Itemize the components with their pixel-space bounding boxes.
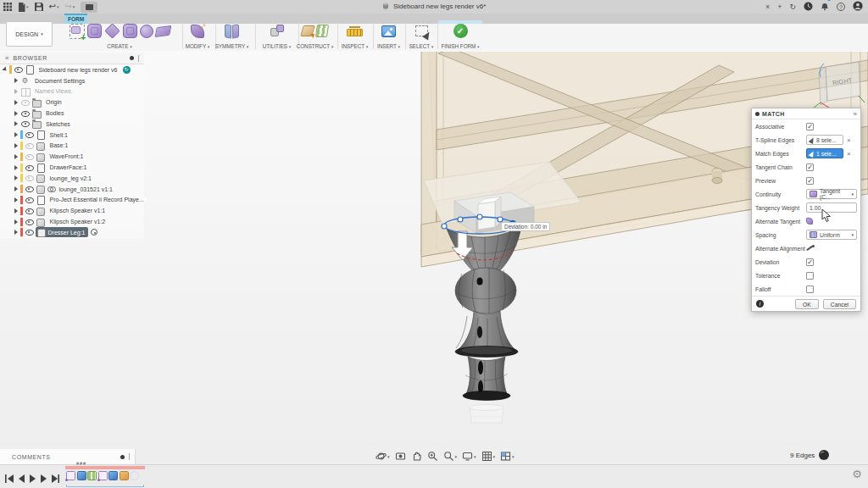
tree-row-document-settings[interactable]: ⚙ Document Settings — [0, 75, 144, 86]
tree-row-pro-ject[interactable]: Pro-Ject Essential ii Record Playe... — [0, 195, 144, 206]
sphere-primitive-icon[interactable] — [140, 25, 153, 38]
pending-feature-icon[interactable] — [130, 471, 139, 480]
alternate-tangent-icon[interactable] — [806, 218, 815, 225]
expand-arrow[interactable] — [14, 208, 18, 214]
viewports-icon[interactable]: ▾ — [500, 451, 515, 462]
mirror-symmetry-icon[interactable] — [225, 25, 239, 38]
alternate-alignment-icon[interactable] — [806, 245, 815, 252]
tree-row-klipsch-1[interactable]: Klipsch Speaker v1:1 — [0, 205, 144, 216]
new-tab-icon[interactable]: + — [777, 2, 782, 12]
symmetry-menu[interactable]: SYMMETRY ▾ — [215, 43, 249, 50]
expand-arrow[interactable] — [14, 121, 18, 126]
selection-filter-icon[interactable] — [819, 450, 829, 460]
tree-row-dresser-leg[interactable]: Dresser Leg:1 — [0, 227, 144, 238]
expand-arrow[interactable] — [14, 197, 18, 202]
cylinder-primitive-icon[interactable] — [123, 24, 137, 38]
comments-panel[interactable]: COMMENTS — [0, 449, 136, 464]
face-primitive-icon[interactable] — [154, 25, 171, 36]
form-feature-icon[interactable] — [108, 471, 118, 480]
browser-header[interactable]: « BROWSER — [0, 53, 144, 64]
orbit-icon[interactable]: ▾ — [376, 451, 390, 462]
comments-resize-handle[interactable] — [129, 453, 131, 460]
tolerance-checkbox[interactable]: ✓ — [806, 272, 814, 280]
zoom-icon[interactable] — [427, 451, 438, 462]
visibility-eye-icon[interactable] — [25, 153, 34, 160]
create-form-icon[interactable]: + — [70, 24, 85, 39]
tree-row-lounge-leg[interactable]: lounge_leg v2:1 — [0, 173, 144, 184]
panel-resize-handle[interactable] — [138, 55, 140, 62]
insert-menu[interactable]: INSERT ▾ — [377, 43, 400, 50]
match-dialog-header[interactable]: MATCH » — [752, 108, 860, 119]
zoom-window-icon[interactable]: ▾ — [443, 451, 458, 462]
associative-checkbox[interactable]: ✓ — [806, 123, 814, 130]
body-feature-icon[interactable] — [120, 471, 129, 480]
activate-component-icon[interactable] — [91, 229, 97, 236]
expand-arrow[interactable] — [14, 132, 18, 137]
expand-arrow[interactable] — [14, 154, 18, 159]
component-feature-icon[interactable] — [87, 471, 97, 480]
visibility-eye-icon[interactable] — [20, 99, 30, 106]
tree-row-wavefront[interactable]: WaveFront:1 — [0, 151, 144, 162]
tree-row-named-views[interactable]: Named Views — [0, 86, 144, 97]
visibility-eye-icon[interactable] — [25, 175, 34, 181]
midplane-icon[interactable] — [315, 25, 329, 37]
match-edges-selection[interactable]: 1 sele... — [806, 148, 843, 158]
clear-selection-icon[interactable]: × — [847, 136, 851, 144]
tree-row-shell[interactable]: Shell:1 — [0, 130, 144, 141]
tangent-chain-checkbox[interactable]: ✓ — [806, 164, 814, 171]
construct-menu[interactable]: CONSTRUCT ▾ — [297, 43, 334, 50]
playback-controls[interactable] — [4, 472, 60, 487]
plane-primitive-icon[interactable] — [104, 23, 120, 38]
edit-form-icon[interactable]: ⤢ — [191, 25, 204, 38]
convert-utility-icon[interactable] — [270, 25, 284, 37]
visibility-eye-icon[interactable] — [25, 208, 34, 214]
panel-options-icon[interactable] — [130, 56, 134, 60]
comments-options-icon[interactable] — [120, 455, 125, 459]
select-tool-icon[interactable] — [415, 25, 428, 36]
tree-row-klipsch-2[interactable]: Klipsch Speaker v1:2 — [0, 216, 144, 227]
visibility-eye-icon[interactable] — [25, 164, 34, 171]
look-at-icon[interactable] — [395, 451, 406, 462]
modify-menu[interactable]: MODIFY ▾ — [186, 43, 210, 50]
visibility-eye-icon[interactable] — [25, 219, 34, 225]
collapse-panel-icon[interactable]: « — [5, 54, 8, 62]
design-workspace-dropdown[interactable]: DESIGN▾ — [6, 21, 53, 47]
tree-row-base[interactable]: Base:1 — [0, 141, 144, 152]
expand-arrow[interactable] — [14, 100, 18, 105]
tree-row-lounge-031521[interactable]: lounge_031521 v1:1 — [0, 184, 144, 195]
timeline-settings-gear-icon[interactable]: ⚙ — [852, 468, 862, 480]
dialog-drag-icon[interactable] — [755, 112, 760, 116]
expand-arrow[interactable] — [14, 175, 18, 180]
help-icon[interactable]: ? — [837, 3, 845, 11]
offset-plane-icon[interactable] — [300, 25, 315, 36]
visibility-eye-icon[interactable] — [20, 110, 30, 117]
visibility-eye-icon[interactable] — [25, 142, 34, 149]
form-feature-icon[interactable] — [66, 471, 75, 480]
expand-arrow[interactable] — [14, 78, 18, 83]
pan-icon[interactable] — [411, 451, 422, 462]
falloff-checkbox[interactable]: ✓ — [806, 286, 814, 293]
sync-status-icon[interactable]: ↻ — [123, 66, 131, 74]
measure-icon[interactable] — [347, 29, 363, 36]
avatar[interactable] — [853, 0, 863, 14]
expand-arrow[interactable] — [14, 230, 18, 235]
tree-row-drawerface[interactable]: DrawerFace:1 — [0, 162, 144, 173]
visibility-eye-icon[interactable] — [25, 186, 34, 192]
display-settings-icon[interactable]: ▾ — [462, 451, 476, 462]
tree-row-bodies[interactable]: Bodies — [0, 108, 144, 119]
form-feature-icon[interactable] — [77, 471, 86, 480]
preview-checkbox[interactable]: ✓ — [806, 177, 814, 185]
form-feature-icon[interactable] — [98, 471, 108, 480]
visibility-eye-icon[interactable] — [20, 120, 30, 127]
visibility-eye-icon[interactable] — [25, 229, 34, 236]
visibility-eye-icon[interactable] — [14, 66, 23, 73]
expand-arrow[interactable] — [14, 111, 18, 116]
grid-layout-icon[interactable]: ▾ — [481, 451, 496, 462]
expand-arrow[interactable] — [2, 67, 8, 73]
expand-arrow[interactable] — [14, 89, 18, 94]
refresh-icon[interactable]: ↻ — [789, 2, 796, 12]
tree-row-root[interactable]: Sideboard new legs render v6 ↻ — [0, 64, 144, 75]
cancel-button[interactable]: Cancel — [823, 299, 856, 309]
inspect-menu[interactable]: INSPECT ▾ — [342, 43, 368, 50]
tspline-edges-selection[interactable]: 8 sele... — [806, 135, 843, 145]
